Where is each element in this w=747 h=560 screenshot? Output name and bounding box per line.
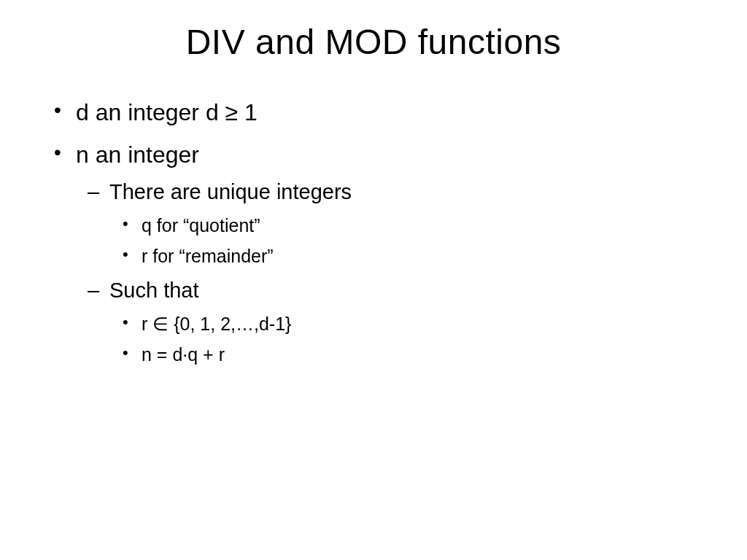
bullet-lvl1: d an integer d ≥ 1 (44, 95, 703, 130)
bullet-text: n = d·q + r (142, 344, 225, 365)
bullet-lvl2: Such that r ∈ {0, 1, 2,…,d-1} n = d·q + … (76, 275, 703, 369)
bullet-lvl2: There are unique integers q for “quotien… (76, 176, 703, 271)
bullet-subsublist: q for “quotient” r for “remainder” (109, 211, 703, 271)
bullet-text: n an integer (76, 141, 199, 168)
slide-title: DIV and MOD functions (44, 22, 703, 62)
bullet-lvl3: r for “remainder” (109, 242, 703, 271)
bullet-text: Such that (109, 279, 199, 302)
bullet-subsublist: r ∈ {0, 1, 2,…,d-1} n = d·q + r (109, 310, 703, 370)
bullet-lvl3: q for “quotient” (109, 211, 703, 240)
slide: DIV and MOD functions d an integer d ≥ 1… (0, 0, 747, 560)
bullet-list: d an integer d ≥ 1 n an integer There ar… (44, 95, 703, 369)
bullet-text: q for “quotient” (142, 215, 260, 236)
bullet-text: There are unique integers (109, 180, 352, 203)
bullet-sublist: There are unique integers q for “quotien… (76, 176, 703, 369)
bullet-lvl1: n an integer There are unique integers q… (44, 137, 703, 369)
bullet-text: d an integer d ≥ 1 (76, 99, 258, 125)
bullet-lvl3: r ∈ {0, 1, 2,…,d-1} (109, 310, 703, 338)
bullet-text: r ∈ {0, 1, 2,…,d-1} (142, 314, 291, 334)
bullet-lvl3: n = d·q + r (109, 341, 703, 369)
bullet-text: r for “remainder” (142, 246, 274, 266)
